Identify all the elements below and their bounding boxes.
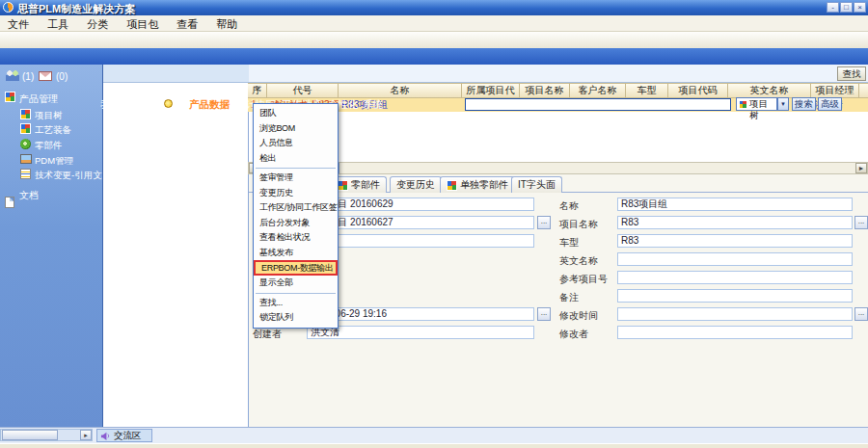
- sidebar-item-project-tree[interactable]: 项目树: [35, 110, 63, 122]
- form-field-remark[interactable]: [617, 289, 853, 303]
- form-label-modified-time: 修改时间: [559, 309, 598, 323]
- form-field[interactable]: [307, 234, 534, 248]
- maximize-button[interactable]: □: [840, 2, 853, 13]
- column-header[interactable]: 车型: [626, 83, 668, 98]
- tab-it-header[interactable]: IT字头面: [511, 176, 562, 193]
- menu-item-member-info[interactable]: 人员信息: [254, 136, 338, 151]
- menu-item-change-history[interactable]: 变更历史: [254, 186, 338, 201]
- scope-combo[interactable]: 项目树: [736, 97, 777, 111]
- status-edge: [0, 443, 868, 448]
- form-field-code[interactable]: R83项目 20160629: [307, 198, 534, 211]
- standalone-parts-tab-icon: [447, 180, 457, 191]
- menu-item-dispatch-target[interactable]: 后台分发对象: [254, 216, 338, 231]
- form-field[interactable]: [307, 271, 534, 284]
- form-field-english-name[interactable]: [617, 252, 853, 266]
- menu-item-baseline-release[interactable]: 基线发布: [254, 246, 338, 261]
- workspace-label[interactable]: 我的工作空间: [100, 98, 161, 112]
- form-field-parent-code[interactable]: R83项目 20160627: [307, 216, 534, 229]
- close-button[interactable]: ×: [854, 2, 866, 13]
- sidebar-mail-icon[interactable]: [39, 71, 52, 81]
- column-header[interactable]: 项目代码: [668, 83, 728, 98]
- form-label-modifier: 修改者: [559, 328, 588, 341]
- menu-item-checkout-status[interactable]: 查看检出状况: [254, 230, 338, 246]
- users-icon[interactable]: [6, 70, 19, 81]
- project-tree-item-icon: [20, 109, 31, 119]
- column-header[interactable]: 英文名称: [728, 83, 811, 98]
- form-field-ref-project[interactable]: [617, 271, 853, 284]
- nav-tab-product-data[interactable]: 产品数据: [189, 98, 230, 112]
- form-label-name: 名称: [559, 199, 579, 213]
- column-header[interactable]: 所属项目代号: [462, 83, 520, 98]
- form-field[interactable]: [307, 289, 534, 303]
- scroll-right-icon[interactable]: ►: [855, 163, 867, 173]
- sidebar-item-change-ref[interactable]: 技术变更-引用文档: [35, 170, 102, 182]
- form-label-remark: 备注: [559, 291, 579, 304]
- form-field[interactable]: [307, 252, 534, 266]
- title-bar: 思普PLM制造业解决方案 - □ ×: [0, 0, 868, 15]
- column-header[interactable]: 代号: [267, 83, 339, 98]
- browse-button[interactable]: ...: [537, 307, 551, 321]
- window-title: 思普PLM制造业解决方案: [17, 2, 135, 16]
- sidebar-item-pdm[interactable]: PDM管理: [35, 155, 73, 168]
- column-header[interactable]: 项目名称: [520, 83, 570, 98]
- menu-item-check-out[interactable]: 检出: [254, 151, 338, 167]
- parts-tab-icon: [338, 180, 348, 191]
- find-button[interactable]: 查找: [837, 66, 866, 81]
- menu-bar: 文件 工具 分类 项目包 查看 帮助: [0, 15, 868, 32]
- advanced-button[interactable]: 高级: [818, 97, 842, 111]
- menu-item-browse-bom[interactable]: 浏览BOM: [254, 121, 338, 137]
- tree-panel-header: [103, 65, 249, 83]
- form-field-modified-time[interactable]: [617, 307, 853, 321]
- browse-button[interactable]: ...: [854, 307, 868, 321]
- minimize-button[interactable]: -: [827, 2, 839, 13]
- project-tree-icon: [739, 100, 747, 109]
- menu-item-team[interactable]: 团队: [254, 106, 338, 121]
- form-field-creator[interactable]: 洪文清: [307, 326, 534, 339]
- column-header[interactable]: 序号: [248, 83, 267, 98]
- form-field-modifier[interactable]: [617, 326, 853, 339]
- menu-separator: [256, 168, 336, 169]
- document-group-icon: [5, 197, 14, 208]
- pdm-icon: [20, 154, 32, 164]
- column-header[interactable]: 项目经理: [811, 83, 859, 98]
- sidebar-group-product[interactable]: 产品管理: [19, 92, 58, 106]
- browse-button[interactable]: ...: [854, 216, 868, 229]
- menu-item-erpbom-export[interactable]: ERPBOM-数据输出: [254, 260, 338, 276]
- form-field-vehicle-model[interactable]: R83: [617, 234, 853, 248]
- column-header[interactable]: 创建时间: [859, 83, 868, 98]
- table-hscrollbar[interactable]: [248, 162, 868, 174]
- column-header[interactable]: 客户名称: [570, 83, 626, 98]
- column-header[interactable]: 名称: [339, 83, 462, 98]
- menu-item-show-all[interactable]: 显示全部: [254, 276, 338, 291]
- form-field-name[interactable]: R83项目组: [617, 198, 853, 211]
- form-field-project-name[interactable]: R83: [617, 216, 853, 229]
- tab-parts[interactable]: 零部件: [331, 176, 387, 193]
- sidebar-item-parts[interactable]: 零部件: [35, 140, 63, 152]
- nav-search-input[interactable]: [465, 98, 731, 111]
- tree-panel: [103, 65, 249, 427]
- form-field-created-time[interactable]: 2016-06-29 19:16: [307, 307, 534, 321]
- megaphone-icon: [100, 431, 111, 441]
- mail-count-badge: (0): [56, 71, 68, 82]
- bottom-scroll-right-icon[interactable]: ▸: [80, 430, 92, 440]
- sidebar-item-process-equipment[interactable]: 工艺装备: [35, 124, 71, 137]
- form-label-creator: 创建者: [253, 328, 282, 341]
- tab-discussion-area[interactable]: 交流区: [96, 429, 152, 442]
- workspace-tabstrip: [249, 65, 868, 83]
- menu-item-find[interactable]: 查找...: [254, 296, 338, 311]
- sidebar-group-document[interactable]: 文档: [19, 189, 39, 202]
- menu-item-workspace-sign[interactable]: 工作区/协同工作区签审: [254, 200, 338, 216]
- scope-combo-dropdown[interactable]: ▼: [777, 97, 789, 111]
- tab-standalone-parts[interactable]: 单独零部件: [440, 176, 515, 193]
- toolbar: [0, 32, 868, 48]
- browse-button[interactable]: ...: [537, 216, 551, 229]
- bottom-scroll-thumb[interactable]: [2, 430, 58, 440]
- nav-bar: 我的工作空间 || 产品数据 设计协同 工作动态 个性化 系统 项目树 ▼ 搜索…: [0, 48, 868, 65]
- process-equipment-icon: [20, 123, 31, 134]
- search-button[interactable]: 搜索: [792, 97, 816, 111]
- tab-change-history[interactable]: 变更历史: [390, 176, 442, 193]
- app-logo-icon: [3, 2, 14, 13]
- nav-tab-system[interactable]: 系统: [363, 98, 383, 112]
- menu-item-lock-queue[interactable]: 锁定队列: [254, 310, 338, 326]
- menu-item-sign-review[interactable]: 签审管理: [254, 171, 338, 186]
